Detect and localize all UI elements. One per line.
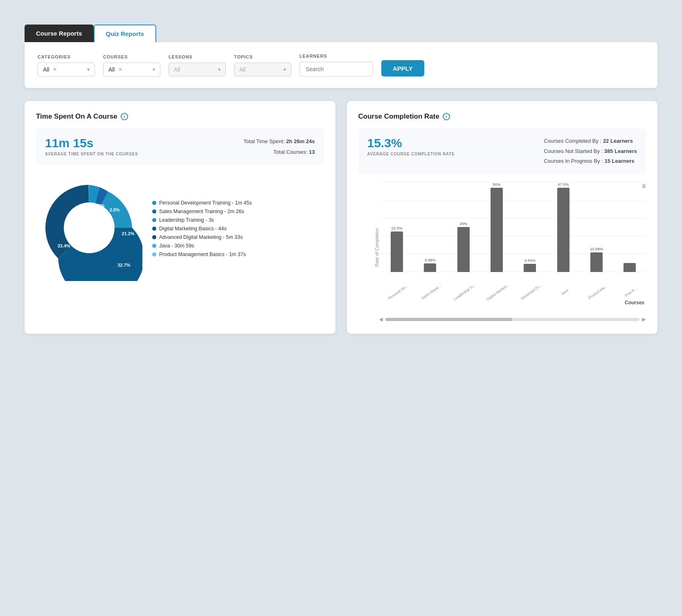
search-input[interactable] xyxy=(299,62,373,76)
bar-advanced: 4.65% Advanced Di... xyxy=(514,182,546,272)
time-summary-box: 11m 15s AVERAGE TIME SPENT ON THE COURSE… xyxy=(36,129,324,165)
time-spent-card: Time Spent On A Course i 11m 15s AVERAGE… xyxy=(25,101,335,334)
avg-time-stat: 11m 15s xyxy=(45,136,138,150)
legend-label-1: Sales Management Training - 2m 26s xyxy=(159,209,244,214)
topics-value: All xyxy=(239,66,246,73)
legend-label-4: Advanced Digital Marketing - 5m 33s xyxy=(159,234,243,240)
time-spent-title: Time Spent On A Course i xyxy=(36,112,324,121)
legend-dot-6 xyxy=(152,252,156,256)
categories-label: CATEGORIES xyxy=(38,54,95,59)
avg-completion-stat: 15.3% xyxy=(367,136,455,150)
avg-completion-label: AVERAGE COURSE COMPLETION RATE xyxy=(367,152,455,156)
lessons-value: All xyxy=(174,66,180,73)
legend-item-5: Java - 30m 59s xyxy=(152,243,252,249)
courses-value: All xyxy=(108,66,115,73)
bar-chart-wrap: ≡ Rate of Completion xyxy=(358,182,646,322)
bar-rect-first xyxy=(623,263,636,272)
legend-dot-4 xyxy=(152,235,156,239)
legend-item-2: Leadership Training - 3s xyxy=(152,217,252,223)
svg-text:32.7%: 32.7% xyxy=(117,263,130,268)
filter-panel: CATEGORIES All ✕ ▾ COURSES All ✕ ▾ LESSO… xyxy=(25,42,657,88)
courses-label: COURSES xyxy=(103,54,160,59)
filter-group-topics: TOPICS All ▾ xyxy=(234,54,291,76)
filter-group-categories: CATEGORIES All ✕ ▾ xyxy=(38,54,95,76)
bar-digital: 50% Digital Marketi... xyxy=(480,182,513,272)
completion-card: Course Completion Rate i 15.3% AVERAGE C… xyxy=(347,101,658,334)
bar-rect-product xyxy=(590,252,603,272)
scrollbar-thumb xyxy=(385,318,513,321)
avg-time-label: AVERAGE TIME SPENT ON THE COURSES xyxy=(45,152,138,156)
svg-text:4.5%: 4.5% xyxy=(94,203,104,208)
completion-summary-box: 15.3% AVERAGE COURSE COMPLETION RATE Cou… xyxy=(358,129,646,174)
svg-point-1 xyxy=(64,202,115,253)
filter-group-learners: LEARNERS xyxy=(299,54,373,76)
courses-select[interactable]: All ✕ ▾ xyxy=(103,63,160,76)
donut-chart: 4.5% 3.8% 21.2% 32.7% 33.4% xyxy=(36,175,142,283)
bar-first: First A... xyxy=(614,182,646,272)
legend-label-2: Leadership Training - 3s xyxy=(159,217,214,223)
donut-area: 4.5% 3.8% 21.2% 32.7% 33.4% Personal Dev… xyxy=(36,175,324,283)
legend-item-6: Product Management Basics - 1m 37s xyxy=(152,252,252,257)
tabs-bar: Course Reports Quiz Reports xyxy=(25,25,657,42)
completion-info-icon[interactable]: i xyxy=(443,113,450,120)
bar-personal: 22.5% Personal De... xyxy=(381,182,413,272)
legend-dot-1 xyxy=(152,209,156,214)
legend-dot-2 xyxy=(152,218,156,222)
scrollbar-wrap: ◀ ▶ xyxy=(358,316,646,322)
y-axis-label: Rate of Completion xyxy=(374,228,379,267)
time-summary-right: Total Time Spent: 2h 26m 24s Total Cours… xyxy=(243,136,315,157)
bar-product: 10.98% Product Ma... xyxy=(580,182,612,272)
bar-sales: 4.88% Sales Mand... xyxy=(414,182,446,272)
x-axis-label: Courses xyxy=(381,300,646,306)
bar-rect-java xyxy=(557,188,569,272)
lessons-select[interactable]: All ▾ xyxy=(169,63,226,76)
topics-select[interactable]: All ▾ xyxy=(234,63,291,76)
scroll-left-arrow[interactable]: ◀ xyxy=(379,316,383,322)
scroll-right-arrow[interactable]: ▶ xyxy=(642,316,646,322)
legend-item-0: Personal Development Training - 1m 45s xyxy=(152,200,252,206)
bar-rect-personal xyxy=(391,232,403,272)
completion-title: Course Completion Rate i xyxy=(358,112,646,121)
svg-text:21.2%: 21.2% xyxy=(122,231,134,236)
bar-rect-digital xyxy=(491,188,503,272)
courses-chevron: ▾ xyxy=(153,67,155,72)
filter-group-lessons: LESSONS All ▾ xyxy=(169,54,226,76)
donut-legend: Personal Development Training - 1m 45s S… xyxy=(152,200,252,257)
cards-row: Time Spent On A Course i 11m 15s AVERAGE… xyxy=(25,101,657,334)
bar-rect-advanced xyxy=(524,264,536,272)
tab-quiz-reports[interactable]: Quiz Reports xyxy=(94,25,156,42)
legend-dot-0 xyxy=(152,201,156,205)
topics-label: TOPICS xyxy=(234,54,291,59)
filter-row: CATEGORIES All ✕ ▾ COURSES All ✕ ▾ LESSO… xyxy=(38,54,644,76)
svg-text:3.8%: 3.8% xyxy=(109,207,119,212)
legend-dot-5 xyxy=(152,244,156,248)
bar-java: 47.5% Java xyxy=(547,182,579,272)
categories-chevron: ▾ xyxy=(87,67,90,72)
tab-course-reports[interactable]: Course Reports xyxy=(25,25,94,42)
filter-group-courses: COURSES All ✕ ▾ xyxy=(103,54,160,76)
apply-button[interactable]: APPLY xyxy=(381,60,424,76)
legend-item-4: Advanced Digital Marketing - 5m 33s xyxy=(152,234,252,240)
lessons-chevron: ▾ xyxy=(218,67,221,72)
lessons-label: LESSONS xyxy=(169,54,226,59)
legend-item-1: Sales Management Training - 2m 26s xyxy=(152,209,252,214)
topics-chevron: ▾ xyxy=(284,67,286,72)
courses-clear[interactable]: ✕ xyxy=(118,67,122,72)
legend-label-3: Digital Marketing Basics - 44s xyxy=(159,226,227,232)
legend-label-0: Personal Development Training - 1m 45s xyxy=(159,200,252,206)
categories-clear[interactable]: ✕ xyxy=(53,67,57,72)
bar-rect-sales xyxy=(424,263,436,272)
completion-right: Courses Completed By : 22 Learners Cours… xyxy=(544,136,637,166)
legend-label-6: Product Management Basics - 1m 37s xyxy=(159,252,246,257)
time-spent-info-icon[interactable]: i xyxy=(121,113,128,120)
legend-dot-3 xyxy=(152,227,156,231)
scrollbar-track[interactable] xyxy=(385,318,640,321)
svg-text:33.4%: 33.4% xyxy=(57,243,70,248)
legend-label-5: Java - 30m 59s xyxy=(159,243,194,249)
categories-value: All xyxy=(43,66,50,73)
bar-leadership: 25% Leadership Tr... xyxy=(447,182,479,272)
learners-label: LEARNERS xyxy=(299,54,373,58)
categories-select[interactable]: All ✕ ▾ xyxy=(38,63,95,76)
bar-chart-bars: 22.5% Personal De... 4.88% Sales Mand... xyxy=(381,182,646,272)
legend-item-3: Digital Marketing Basics - 44s xyxy=(152,226,252,232)
